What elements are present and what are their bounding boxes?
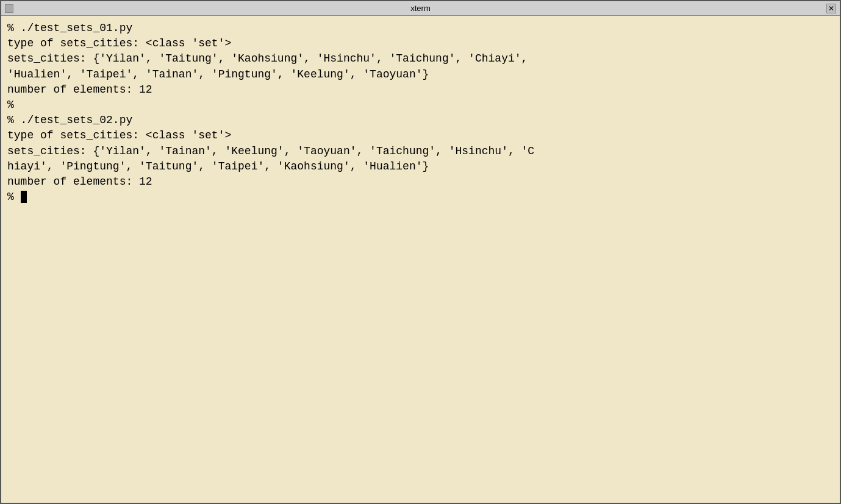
- terminal-cursor: [21, 191, 27, 203]
- terminal-line-5: number of elements: 12: [7, 83, 152, 96]
- terminal-line-6: %: [7, 99, 14, 111]
- terminal-line-7: % ./test_sets_02.py: [7, 114, 132, 126]
- terminal-line-3: sets_cities: {'Yilan', 'Taitung', 'Kaohs…: [7, 52, 528, 65]
- terminal-line-1: % ./test_sets_01.py: [7, 22, 132, 34]
- window-icon: [5, 4, 13, 13]
- window-title: xterm: [410, 4, 431, 13]
- terminal-output[interactable]: % ./test_sets_01.py type of sets_cities:…: [1, 16, 840, 503]
- titlebar: xterm ✕: [1, 1, 840, 16]
- terminal-line-9: sets_cities: {'Yilan', 'Tainan', 'Keelun…: [7, 145, 534, 157]
- titlebar-left: [5, 4, 13, 13]
- terminal-line-10: hiayi', 'Pingtung', 'Taitung', 'Taipei',…: [7, 160, 429, 172]
- close-button[interactable]: ✕: [826, 4, 836, 13]
- terminal-line-2: type of sets_cities: <class 'set'>: [7, 37, 231, 49]
- xterm-window: xterm ✕ % ./test_sets_01.py type of sets…: [0, 0, 841, 504]
- terminal-line-11: number of elements: 12: [7, 176, 152, 188]
- terminal-line-8: type of sets_cities: <class 'set'>: [7, 129, 231, 141]
- terminal-line-12: %: [7, 191, 21, 203]
- terminal-line-4: 'Hualien', 'Taipei', 'Tainan', 'Pingtung…: [7, 68, 429, 80]
